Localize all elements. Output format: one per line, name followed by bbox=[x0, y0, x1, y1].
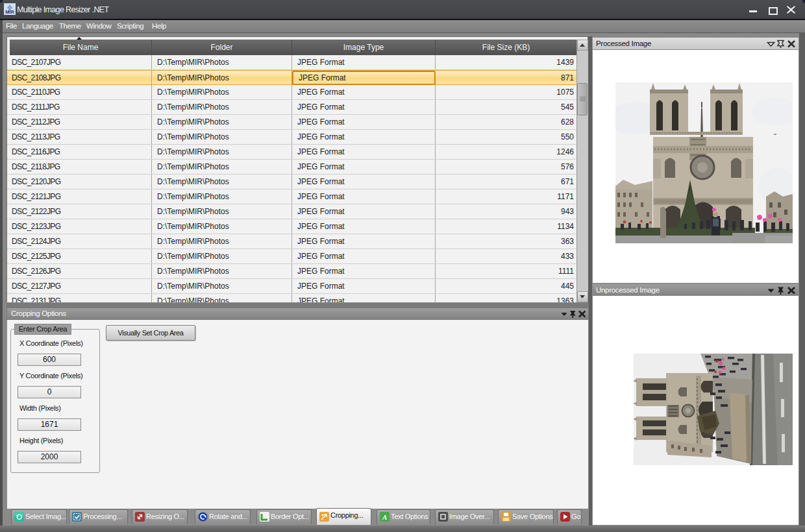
svg-text:A: A bbox=[382, 513, 387, 521]
svg-text:MIR: MIR bbox=[5, 9, 14, 15]
